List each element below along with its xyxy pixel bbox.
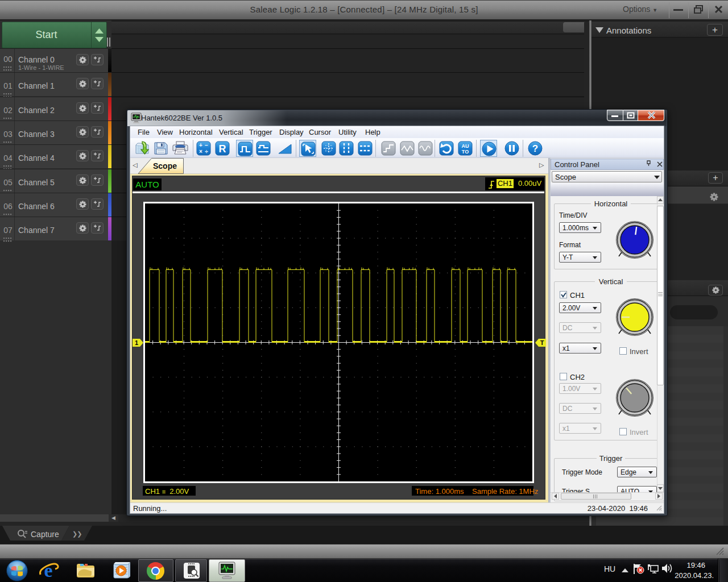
svg-text:÷: ÷ (205, 148, 208, 155)
svg-text:1: 1 (135, 339, 138, 346)
svg-text:×: × (199, 148, 202, 155)
svg-text:T: T (540, 339, 544, 346)
svg-text:?: ? (532, 143, 538, 154)
svg-text:−: − (205, 142, 208, 148)
svg-text:R: R (219, 143, 226, 155)
svg-text:TO: TO (462, 149, 469, 155)
svg-text:+: + (199, 142, 202, 148)
svg-text:AU: AU (462, 143, 469, 149)
